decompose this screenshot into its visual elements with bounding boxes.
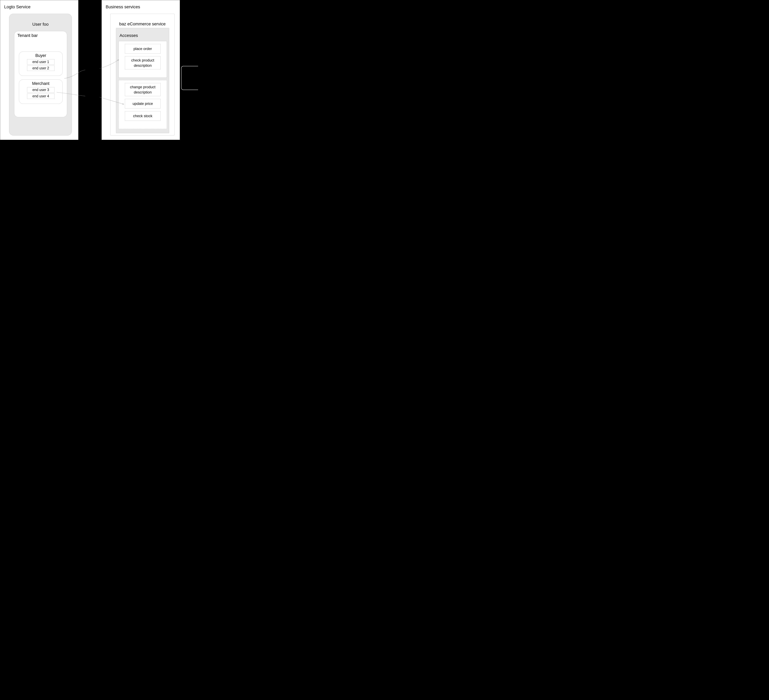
permission-item: update price — [125, 99, 161, 108]
buyer-role-title: Buyer — [19, 51, 63, 59]
partial-offscreen-box — [181, 66, 198, 90]
accesses-title: Accesses — [116, 28, 169, 38]
end-user-item: end user 2 — [27, 66, 55, 71]
merchant-role-title: Merchant — [19, 80, 63, 87]
business-services-title: Business services — [102, 0, 180, 10]
permission-item: check product description — [125, 56, 161, 69]
permission-group-dashed: change product description update price … — [119, 80, 167, 129]
permission-group-solid: place order check product description — [119, 41, 167, 78]
tenant-bar-title: Tenant bar — [14, 31, 67, 38]
end-user-item: end user 1 — [27, 59, 55, 64]
ecommerce-service-title: baz eCommerce service — [110, 14, 174, 26]
logto-service-panel: Logto Service User foo Tenant bar Buyer … — [0, 0, 79, 140]
user-foo-box: User foo Tenant bar Buyer end user 1 end… — [9, 14, 72, 135]
accesses-box: Accesses place order check product descr… — [116, 28, 169, 133]
permission-item: place order — [125, 44, 161, 53]
tenant-bar-box: Tenant bar Buyer end user 1 end user 2 M… — [14, 31, 67, 117]
buyer-role-box: Buyer end user 1 end user 2 — [19, 51, 63, 76]
permission-item: check stock — [125, 111, 161, 121]
end-user-item: end user 3 — [27, 87, 55, 93]
end-user-item: end user 4 — [27, 93, 55, 99]
merchant-role-box: Merchant end user 3 end user 4 — [19, 79, 63, 104]
permission-item: change product description — [125, 83, 161, 96]
business-services-panel: Business services baz eCommerce service … — [101, 0, 180, 140]
logto-service-title: Logto Service — [0, 0, 78, 10]
ecommerce-service-box: baz eCommerce service Accesses place ord… — [110, 14, 175, 135]
user-foo-title: User foo — [9, 14, 72, 27]
